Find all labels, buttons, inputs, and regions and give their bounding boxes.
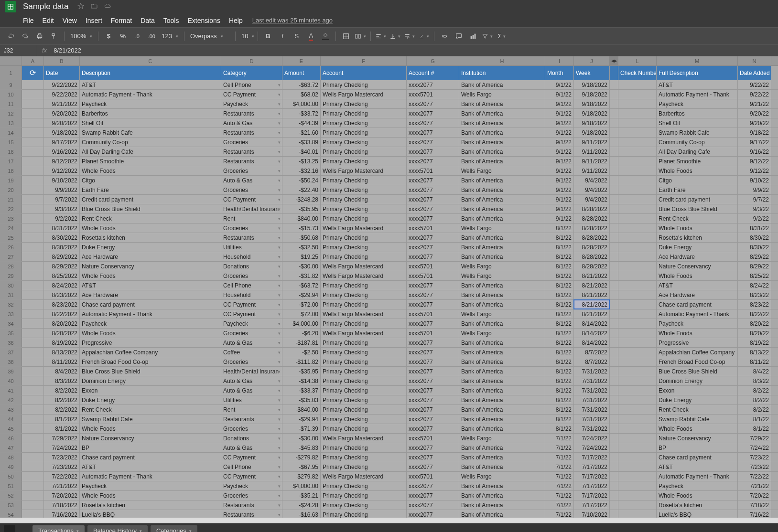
cell-full-description[interactable]: Dominion Energy — [657, 376, 738, 385]
vertical-align-icon[interactable] — [389, 30, 401, 43]
tab-transactions[interactable]: Transactions▾ — [32, 525, 85, 532]
cell-description[interactable]: Ace Hardware — [80, 290, 221, 299]
cell-date-added[interactable]: 8/29/22 — [738, 262, 771, 271]
row-header[interactable]: 40 — [0, 376, 22, 385]
cell-check-number[interactable] — [618, 472, 657, 481]
star-icon[interactable] — [77, 2, 85, 10]
cell-amount[interactable]: -$71.39 — [282, 424, 321, 433]
strikethrough-icon[interactable]: S — [291, 30, 303, 43]
cell-institution[interactable]: Bank of America — [459, 443, 545, 452]
cell-institution[interactable]: Bank of America — [459, 367, 545, 376]
cell-month[interactable]: 9/1/22 — [545, 138, 574, 147]
cell-check-number[interactable] — [618, 166, 657, 175]
cell-category[interactable]: Groceries — [221, 491, 282, 500]
row-header[interactable]: 46 — [0, 434, 22, 443]
tab-balance-history[interactable]: Balance History▾ — [87, 525, 148, 532]
cell-date[interactable]: 8/22/2022 — [44, 309, 80, 319]
cell-account-num[interactable]: xxxx2077 — [407, 185, 459, 194]
cell-institution[interactable]: Bank of America — [459, 243, 545, 252]
cell-collapsed[interactable] — [610, 453, 618, 462]
cell-collapsed[interactable] — [610, 271, 618, 280]
cell-description[interactable]: Chase card payment — [80, 453, 221, 462]
cell-category[interactable]: CC Payment — [221, 300, 282, 309]
cell-full-description[interactable]: Chase card payment — [657, 300, 738, 309]
cell-amount[interactable]: -$35.95 — [282, 204, 321, 213]
cell-date[interactable]: 8/4/2022 — [44, 367, 80, 376]
cell-date[interactable]: 9/12/2022 — [44, 166, 80, 175]
cell-date[interactable]: 8/1/2022 — [44, 424, 80, 433]
cell-date[interactable]: 7/22/2022 — [44, 472, 80, 481]
cell[interactable] — [22, 338, 44, 347]
cell-check-number[interactable] — [618, 309, 657, 319]
cell-amount[interactable]: -$22.40 — [282, 185, 321, 194]
cell-check-number[interactable] — [618, 252, 657, 261]
cell-full-description[interactable]: AT&T — [657, 281, 738, 290]
cell-description[interactable]: Whole Foods — [80, 223, 221, 233]
cell-description[interactable]: Blue Cross Blue Shield — [80, 367, 221, 376]
cell-collapsed[interactable] — [610, 319, 618, 328]
cell-date[interactable]: 9/12/2022 — [44, 157, 80, 166]
cell-collapsed[interactable] — [610, 281, 618, 290]
cell-account[interactable]: Primary Checking — [321, 453, 407, 462]
row-header[interactable]: 25 — [0, 233, 22, 242]
cell-week[interactable]: 8/14/2022 — [574, 329, 610, 338]
col-header-G[interactable]: G — [407, 56, 459, 65]
cell-check-number[interactable] — [618, 157, 657, 166]
horizontal-align-icon[interactable] — [375, 30, 387, 43]
cell-account-num[interactable]: xxxx2077 — [407, 462, 459, 471]
cell-month[interactable]: 7/1/22 — [545, 443, 574, 452]
cell-institution[interactable]: Bank of America — [459, 338, 545, 347]
cell-check-number[interactable] — [618, 424, 657, 433]
cell[interactable] — [22, 500, 44, 510]
cell[interactable] — [22, 223, 44, 233]
row-header[interactable]: 49 — [0, 462, 22, 471]
cell-amount[interactable]: -$24.28 — [282, 500, 321, 510]
cell-account-num[interactable]: xxxx2077 — [407, 348, 459, 357]
cell-account-num[interactable]: xxxx2077 — [407, 395, 459, 404]
cell-collapsed[interactable] — [610, 367, 618, 376]
cell-full-description[interactable]: Swamp Rabbit Cafe — [657, 415, 738, 424]
cell[interactable] — [22, 252, 44, 261]
cell-account-num[interactable]: xxxx2077 — [407, 281, 459, 290]
row-header[interactable]: 41 — [0, 386, 22, 395]
cell-full-description[interactable]: Shell Oil — [657, 118, 738, 128]
cell-week[interactable]: 8/21/2022 — [574, 290, 610, 299]
cell[interactable] — [22, 443, 44, 452]
cell-date[interactable]: 8/3/2022 — [44, 376, 80, 385]
cell-week[interactable]: 7/17/2022 — [574, 500, 610, 510]
cell-account-num[interactable]: xxxx2077 — [407, 243, 459, 252]
cell-category[interactable]: Auto & Gas — [221, 176, 282, 185]
cell-week[interactable]: 9/4/2022 — [574, 185, 610, 194]
row-header[interactable]: 37 — [0, 348, 22, 357]
cell-category[interactable]: Groceries — [221, 271, 282, 280]
cell-check-number[interactable] — [618, 147, 657, 156]
cell-month[interactable]: 8/1/22 — [545, 424, 574, 433]
cell-date[interactable]: 9/3/2022 — [44, 204, 80, 213]
cell-amount[interactable]: -$32.50 — [282, 243, 321, 252]
cell-full-description[interactable]: Duke Energy — [657, 243, 738, 252]
cell-date[interactable]: 8/29/2022 — [44, 252, 80, 261]
cell-account-num[interactable]: xxxx2077 — [407, 376, 459, 385]
cell-category[interactable]: Auto & Gas — [221, 376, 282, 385]
cell-week[interactable]: 9/18/2022 — [574, 118, 610, 128]
cell-date[interactable]: 7/23/2022 — [44, 453, 80, 462]
cell-check-number[interactable] — [618, 109, 657, 118]
cell-amount[interactable]: -$14.38 — [282, 376, 321, 385]
cell-date-added[interactable]: 9/20/22 — [738, 109, 771, 118]
cell-amount[interactable]: -$67.95 — [282, 462, 321, 471]
cell-month[interactable]: 8/1/22 — [545, 348, 574, 357]
cell-month[interactable]: 8/1/22 — [545, 405, 574, 414]
cell-account-num[interactable]: xxxx2077 — [407, 491, 459, 500]
cell-month[interactable]: 9/1/22 — [545, 185, 574, 194]
cell-date[interactable]: 7/20/2022 — [44, 491, 80, 500]
cell-account[interactable]: Primary Checking — [321, 290, 407, 299]
cell-date-added[interactable]: 8/2/22 — [738, 395, 771, 404]
row-header[interactable]: 29 — [0, 271, 22, 280]
row-header[interactable]: 14 — [0, 128, 22, 137]
cell-institution[interactable]: Bank of America — [459, 357, 545, 366]
row-header[interactable]: 43 — [0, 405, 22, 414]
cell-date-added[interactable]: 9/3/22 — [738, 204, 771, 213]
cell-full-description[interactable]: Swamp Rabbit Cafe — [657, 128, 738, 137]
cell-month[interactable]: 8/1/22 — [545, 338, 574, 347]
functions-icon[interactable]: Σ — [496, 30, 508, 43]
